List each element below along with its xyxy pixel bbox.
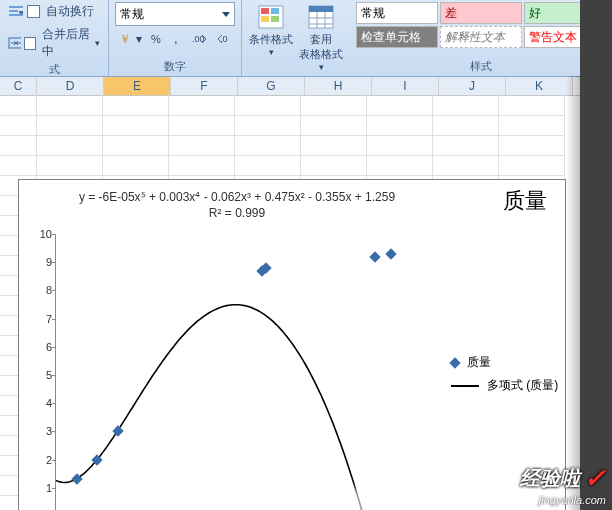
percent-icon: % <box>150 32 164 46</box>
y-tick: 2 <box>32 454 52 466</box>
number-group-label: 数字 <box>115 58 235 75</box>
alignment-group-label: 式 <box>6 61 102 78</box>
ribbon: 自动换行 合并后居中 ▾ 式 常规 ￥▾ % , .00 .0 <box>0 0 612 77</box>
trendline-curve <box>56 234 426 510</box>
chart-title: 质量 <box>503 186 547 216</box>
wrap-text-button[interactable]: 自动换行 <box>6 2 96 21</box>
merge-center-button[interactable]: 合并后居中 ▾ <box>6 25 102 61</box>
conditional-format-label: 条件格式 <box>249 32 293 47</box>
decrease-decimal-icon: .0 <box>216 32 232 46</box>
styles-group-label: 样式 <box>356 58 606 75</box>
style-good-label: 好 <box>529 5 541 22</box>
currency-icon: ￥ <box>117 31 133 47</box>
line-marker-icon <box>451 385 479 387</box>
y-tick: 9 <box>32 256 52 268</box>
wrap-text-icon <box>8 4 24 20</box>
wrap-text-checkbox[interactable] <box>27 5 40 18</box>
style-check-cell[interactable]: 检查单元格 <box>356 26 438 48</box>
style-check-label: 检查单元格 <box>361 29 421 46</box>
number-format-combo[interactable]: 常规 <box>115 2 235 26</box>
y-tick: 8 <box>32 284 52 296</box>
table-format-label1: 套用 <box>310 32 332 47</box>
plot-area: 012345678910051015 <box>55 234 426 510</box>
diamond-marker-icon <box>449 357 460 368</box>
style-explanatory[interactable]: 解释性文本 <box>440 26 522 48</box>
legend-entry-trendline: 多项式 (质量) <box>451 377 558 394</box>
legend-label-1: 多项式 (质量) <box>487 377 558 394</box>
svg-rect-15 <box>309 6 333 12</box>
watermark-brand: 经验啦 <box>520 465 580 492</box>
svg-rect-1 <box>9 10 18 12</box>
column-header-C[interactable]: C <box>0 77 37 95</box>
column-headers: CDEFGHIJK <box>0 77 612 96</box>
styles-group: 常规 差 好 检查单元格 解释性文本 警告文本 样式 <box>350 0 612 76</box>
style-normal[interactable]: 常规 <box>356 2 438 24</box>
column-header-I[interactable]: I <box>372 77 439 95</box>
conditional-format-icon <box>257 4 285 30</box>
equation-line1: y = -6E-05x⁵ + 0.003x⁴ - 0.062x³ + 0.475… <box>57 190 417 206</box>
increase-decimal-icon: .00 <box>192 32 208 46</box>
watermark: 经验啦 ✓ jingyanla.com <box>520 463 606 506</box>
y-tick: 4 <box>32 397 52 409</box>
embedded-chart[interactable]: 质量 y = -6E-05x⁵ + 0.003x⁴ - 0.062x³ + 0.… <box>18 179 566 510</box>
checkmark-icon: ✓ <box>584 463 606 494</box>
chart-legend: 质量 多项式 (质量) <box>451 348 558 400</box>
svg-rect-13 <box>271 16 279 22</box>
legend-label-0: 质量 <box>467 354 491 371</box>
column-header-J[interactable]: J <box>439 77 506 95</box>
svg-rect-10 <box>261 8 269 14</box>
wrap-text-label: 自动换行 <box>46 3 94 20</box>
column-header-K[interactable]: K <box>506 77 573 95</box>
equation-line2: R² = 0.999 <box>57 206 417 222</box>
table-format-label2: 表格格式 <box>299 47 343 62</box>
y-tick: 1 <box>32 482 52 494</box>
svg-rect-11 <box>271 8 279 14</box>
increase-decimal-button[interactable]: .00 <box>190 30 210 48</box>
svg-rect-12 <box>261 16 269 22</box>
number-format-value: 常规 <box>120 6 144 23</box>
alignment-group: 自动换行 合并后居中 ▾ 式 <box>0 0 109 76</box>
style-bad[interactable]: 差 <box>440 2 522 24</box>
y-tick: 3 <box>32 425 52 437</box>
style-explain-label: 解释性文本 <box>445 29 505 46</box>
right-gutter <box>580 0 612 510</box>
decrease-decimal-button[interactable]: .0 <box>214 30 234 48</box>
y-tick: 5 <box>32 369 52 381</box>
worksheet-area: CDEFGHIJK 质量 y = -6E-05x⁵ + 0.003x⁴ - 0.… <box>0 77 612 510</box>
chevron-down-icon <box>222 12 230 17</box>
column-header-H[interactable]: H <box>305 77 372 95</box>
svg-text:￥: ￥ <box>119 32 131 46</box>
currency-button[interactable]: ￥▾ <box>115 30 144 48</box>
column-header-E[interactable]: E <box>104 77 171 95</box>
format-buttons-group: 条件格式 ▾ 套用 表格格式 ▾ <box>242 0 350 76</box>
style-normal-label: 常规 <box>361 5 385 22</box>
percent-button[interactable]: % <box>148 30 166 48</box>
number-group: 常规 ￥▾ % , .00 .0 数字 <box>109 0 242 76</box>
svg-rect-2 <box>9 14 23 16</box>
table-format-button[interactable]: 套用 表格格式 ▾ <box>298 2 344 72</box>
merge-checkbox[interactable] <box>24 37 35 50</box>
y-tick: 6 <box>32 341 52 353</box>
blurred-region <box>279 488 459 510</box>
merge-icon <box>8 35 21 51</box>
style-warn-label: 警告文本 <box>529 29 577 46</box>
column-header-F[interactable]: F <box>171 77 238 95</box>
table-format-icon <box>307 4 335 30</box>
column-header-D[interactable]: D <box>37 77 104 95</box>
cell-styles-gallery[interactable]: 常规 差 好 检查单元格 解释性文本 警告文本 <box>356 2 606 48</box>
svg-rect-0 <box>9 6 23 8</box>
conditional-format-button[interactable]: 条件格式 ▾ <box>248 2 294 57</box>
merge-label: 合并后居中 <box>42 26 92 60</box>
style-bad-label: 差 <box>445 5 457 22</box>
legend-entry-points: 质量 <box>451 354 558 371</box>
y-tick: 7 <box>32 313 52 325</box>
right-shadow <box>566 76 580 510</box>
trendline-equation: y = -6E-05x⁵ + 0.003x⁴ - 0.062x³ + 0.475… <box>57 190 417 221</box>
svg-text:%: % <box>151 33 161 45</box>
y-tick: 10 <box>32 228 52 240</box>
watermark-url: jingyanla.com <box>520 494 606 506</box>
column-header-G[interactable]: G <box>238 77 305 95</box>
comma-icon: , <box>172 32 184 46</box>
svg-text:,: , <box>174 32 178 46</box>
comma-button[interactable]: , <box>170 30 186 48</box>
